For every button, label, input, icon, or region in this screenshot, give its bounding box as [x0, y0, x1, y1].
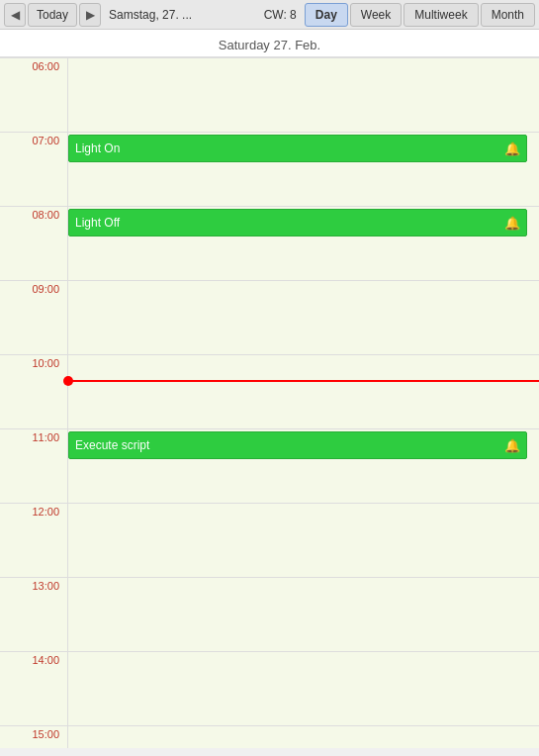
hour-row-1: Light On 🔔 [68, 132, 539, 206]
time-0800: 08:00 [0, 206, 67, 280]
time-0600: 06:00 [0, 57, 67, 132]
current-time-line [68, 380, 539, 382]
hour-row-5: Execute script 🔔 [68, 428, 539, 503]
hour-row-6 [68, 503, 539, 577]
bell-icon-3: 🔔 [504, 438, 520, 453]
event-light-off[interactable]: Light Off 🔔 [68, 209, 527, 236]
event-light-off-label: Light Off [75, 216, 120, 230]
hour-row-0 [68, 57, 539, 132]
prev-button[interactable]: ◀ [4, 3, 26, 27]
top-nav: ◀ Today ▶ Samstag, 27. ... CW: 8 Day Wee… [0, 0, 539, 30]
tab-day[interactable]: Day [305, 3, 348, 27]
tab-multiweek[interactable]: Multiweek [404, 3, 478, 27]
time-1000: 10:00 [0, 354, 67, 428]
tab-week[interactable]: Week [350, 3, 402, 27]
events-column: Light On 🔔 Light Off 🔔 [67, 57, 539, 748]
time-0900: 09:00 [0, 280, 67, 354]
time-column: 06:00 07:00 08:00 09:00 10:00 11:00 12:0… [0, 57, 67, 748]
date-header: Saturday 27. Feb. [0, 30, 539, 57]
hour-row-4 [68, 354, 539, 428]
event-execute-script-label: Execute script [75, 438, 149, 452]
cw-label: CW: 8 [258, 3, 303, 27]
calendar-body[interactable]: 06:00 07:00 08:00 09:00 10:00 11:00 12:0… [0, 57, 539, 748]
hour-row-7 [68, 577, 539, 651]
hour-row-9 [68, 725, 539, 748]
current-time-dot [63, 376, 73, 386]
time-1200: 12:00 [0, 503, 67, 577]
event-execute-script[interactable]: Execute script 🔔 [68, 431, 527, 459]
next-button[interactable]: ▶ [79, 3, 101, 27]
time-1100: 11:00 [0, 428, 67, 503]
hour-row-8 [68, 651, 539, 725]
bell-icon: 🔔 [504, 142, 520, 156]
hour-row-2: Light Off 🔔 [68, 206, 539, 280]
app-container: ◀ Today ▶ Samstag, 27. ... CW: 8 Day Wee… [0, 0, 539, 748]
hour-row-3 [68, 280, 539, 354]
event-light-on[interactable]: Light On 🔔 [68, 135, 527, 162]
time-1500: 15:00 [0, 725, 67, 748]
time-1400: 14:00 [0, 651, 67, 725]
date-label: Samstag, 27. ... [103, 3, 256, 27]
today-button[interactable]: Today [28, 3, 77, 27]
time-1300: 13:00 [0, 577, 67, 651]
tab-month[interactable]: Month [481, 3, 535, 27]
bell-icon-2: 🔔 [504, 216, 520, 231]
event-light-on-label: Light On [75, 142, 120, 155]
time-0700: 07:00 [0, 132, 67, 206]
